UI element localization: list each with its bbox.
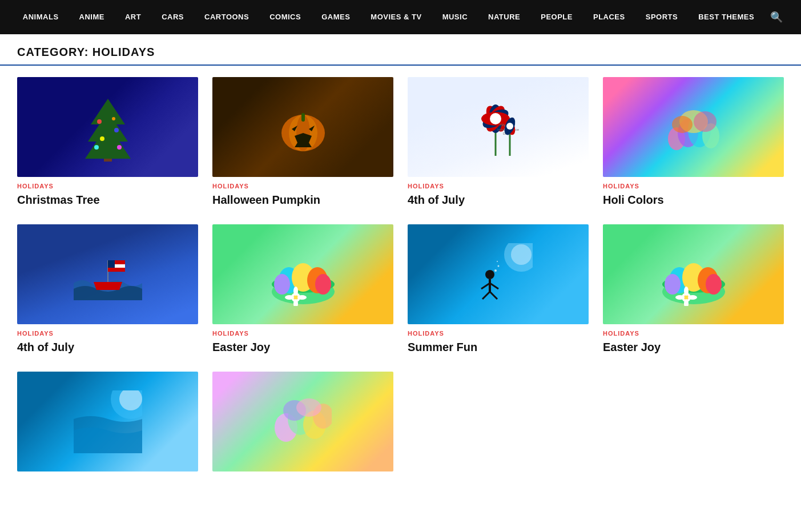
card-easter-joy-2[interactable]: HOLIDAYS Easter Joy (603, 224, 784, 354)
svg-point-6 (94, 145, 99, 150)
svg-point-36 (694, 111, 717, 132)
page-title: CATEGORY: HOLIDAYS (17, 46, 784, 59)
nav-cartoons[interactable]: CARTOONS (194, 0, 259, 34)
svg-marker-0 (85, 99, 131, 159)
nav-places[interactable]: PLACES (583, 0, 635, 34)
card-holi-colors[interactable]: HOLIDAYS Holi Colors (603, 77, 784, 207)
main-content: HOLIDAYS Christmas Tree HOLIDAYS Hallowe… (0, 77, 801, 471)
nav-comics[interactable]: COMICS (259, 0, 311, 34)
card-image-summer-2 (17, 372, 198, 471)
svg-rect-11 (301, 113, 305, 122)
nav-anime[interactable]: ANIME (69, 0, 115, 34)
card-category-july4-2: HOLIDAYS (17, 330, 198, 337)
card-image-holi (603, 77, 784, 177)
card-image-easter-1 (212, 224, 393, 324)
svg-point-87 (296, 398, 321, 417)
card-title-easter-2: Easter Joy (603, 340, 784, 354)
card-image-christmas (17, 77, 198, 177)
card-category-summer: HOLIDAYS (408, 330, 589, 337)
svg-point-64 (494, 269, 497, 272)
svg-line-60 (481, 283, 490, 289)
nav-sports[interactable]: SPORTS (635, 0, 688, 34)
underwater-svg (74, 390, 142, 453)
search-button[interactable]: 🔍 (764, 11, 788, 23)
boat-svg (74, 249, 142, 300)
nav-nature[interactable]: NATURE (478, 0, 530, 34)
pumpkin-svg (277, 102, 329, 153)
svg-rect-42 (108, 260, 115, 268)
card-category-easter-2: HOLIDAYS (603, 330, 784, 337)
nav-people[interactable]: PEOPLE (530, 0, 583, 34)
svg-point-7 (117, 145, 122, 150)
nav-movies-tv[interactable]: MOVIES & TV (360, 0, 432, 34)
card-image-holi-2 (212, 372, 393, 471)
card-title-july4-1: 4th of July (408, 192, 589, 207)
card-halloween-pumpkin[interactable]: HOLIDAYS Halloween Pumpkin (212, 77, 393, 207)
search-icon: 🔍 (770, 11, 783, 23)
card-image-july4-2 (17, 224, 198, 324)
card-grid-row1: HOLIDAYS Christmas Tree HOLIDAYS Hallowe… (17, 77, 784, 207)
card-title-summer: Summer Fun (408, 340, 589, 354)
svg-point-57 (511, 244, 532, 265)
card-4th-july-1[interactable]: Happy Independence Day HOLIDAYS 4th of J… (408, 77, 589, 207)
card-christmas-tree[interactable]: HOLIDAYS Christmas Tree (17, 77, 198, 207)
svg-point-52 (293, 287, 298, 296)
card-title-holi: Holi Colors (603, 192, 784, 207)
svg-point-54 (285, 295, 294, 300)
svg-marker-15 (295, 143, 312, 147)
svg-point-72 (665, 274, 681, 295)
card-summer-fun[interactable]: HOLIDAYS Summer Fun (408, 224, 589, 354)
svg-point-73 (706, 274, 722, 295)
svg-line-63 (490, 292, 497, 299)
svg-point-76 (684, 287, 689, 296)
card-category-christmas: HOLIDAYS (17, 183, 198, 190)
july4-svg: Happy Independence Day (470, 93, 527, 162)
svg-point-55 (297, 295, 307, 300)
holi-svg (665, 104, 722, 150)
svg-point-48 (274, 274, 290, 295)
svg-point-49 (315, 274, 331, 295)
holi-svg-2 (275, 393, 332, 450)
svg-point-5 (112, 117, 115, 120)
card-title-july4-2: 4th of July (17, 340, 198, 354)
card-category-halloween: HOLIDAYS (212, 183, 393, 190)
card-image-halloween (212, 77, 393, 177)
nav-best-themes[interactable]: BEST THEMES (688, 0, 764, 34)
nav-animals[interactable]: ANIMALS (13, 0, 69, 34)
nav-games[interactable]: GAMES (311, 0, 360, 34)
easter-svg-1 (266, 243, 340, 306)
card-grid-row3 (17, 372, 784, 471)
svg-point-51 (293, 295, 298, 300)
card-easter-joy-1[interactable]: HOLIDAYS Easter Joy (212, 224, 393, 354)
svg-line-62 (482, 292, 490, 299)
svg-point-79 (688, 295, 697, 300)
svg-rect-41 (108, 268, 125, 272)
nav-cars[interactable]: CARS (151, 0, 194, 34)
svg-rect-1 (104, 159, 112, 162)
card-image-easter-2 (603, 224, 784, 324)
svg-point-2 (97, 119, 102, 124)
svg-point-58 (485, 270, 494, 279)
nav-menu: ANIMALS ANIME ART CARS CARTOONS COMICS G… (13, 0, 788, 34)
svg-line-61 (490, 283, 498, 289)
card-summer-fun-2[interactable] (17, 372, 198, 471)
card-4th-july-2[interactable]: HOLIDAYS 4th of July (17, 224, 198, 354)
card-image-july4: Happy Independence Day (408, 77, 589, 177)
card-category-holi: HOLIDAYS (603, 183, 784, 190)
svg-point-29 (506, 123, 513, 130)
svg-point-4 (100, 136, 104, 141)
nav-art[interactable]: ART (115, 0, 151, 34)
diver-svg (464, 243, 533, 306)
card-category-easter-1: HOLIDAYS (212, 330, 393, 337)
nav-music[interactable]: MUSIC (432, 0, 478, 34)
svg-point-75 (684, 295, 689, 300)
card-holi-colors-2[interactable] (212, 372, 393, 471)
svg-point-3 (114, 128, 119, 132)
card-image-summer (408, 224, 589, 324)
svg-point-66 (497, 261, 498, 262)
category-header: CATEGORY: HOLIDAYS (0, 34, 801, 66)
svg-point-35 (672, 116, 693, 133)
card-title-halloween: Halloween Pumpkin (212, 192, 393, 207)
christmas-tree-svg (85, 93, 131, 162)
top-nav-bar: ANIMALS ANIME ART CARS CARTOONS COMICS G… (0, 0, 801, 34)
